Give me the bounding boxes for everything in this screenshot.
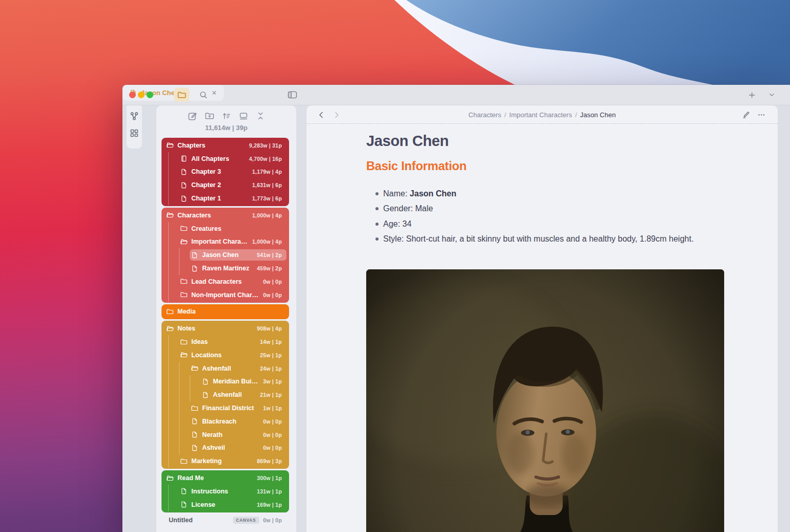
- app-window: Jason Chen: [122, 85, 790, 532]
- dashboard-grid-icon[interactable]: [130, 129, 139, 138]
- tree-row-blackreach[interactable]: Blackreach0w | 0p: [161, 415, 289, 428]
- sidebar-toggle-button[interactable]: [284, 88, 300, 102]
- collapse-all-icon[interactable]: [256, 111, 265, 121]
- tree-row-ashenfall[interactable]: Ashenfall21w | 1p: [161, 388, 289, 401]
- tree-row-notes[interactable]: Notes908w | 4p: [161, 322, 289, 335]
- tree-row-raven-martinez[interactable]: Raven Martinez459w | 2p: [161, 262, 289, 275]
- tree-row-label: Ashveil: [202, 444, 225, 451]
- close-window-button[interactable]: [129, 91, 136, 98]
- folder-icon: [180, 457, 188, 465]
- tree-row-nerath[interactable]: Nerath0w | 0p: [161, 428, 289, 442]
- bullet-list: Name: Jason ChenGender: MaleAge: 34Style…: [375, 186, 709, 247]
- list-item-text: Age: 34: [383, 219, 411, 228]
- tree-row-locations[interactable]: Locations25w | 1p: [161, 348, 289, 362]
- breadcrumb-part-characters[interactable]: Characters: [469, 111, 501, 119]
- tree-row-important-characters[interactable]: Important Characters1,000w | 4p: [161, 235, 289, 249]
- tree-row-instructions[interactable]: Instructions131w | 1p: [161, 485, 289, 498]
- tree-row-read-me[interactable]: Read Me300w | 1p: [161, 471, 289, 485]
- edit-pencil-icon[interactable]: [741, 109, 751, 120]
- tree-row-license[interactable]: License169w | 1p: [161, 498, 289, 511]
- tree-row-label: Characters: [177, 212, 211, 219]
- tree-row-all-chapters[interactable]: All Chapters4,700w | 16p: [161, 152, 289, 166]
- breadcrumb-part-jason-chen[interactable]: Jason Chen: [580, 111, 616, 119]
- tree-row-label: Non-Important Charac...: [191, 291, 259, 299]
- compose-icon[interactable]: [188, 111, 198, 121]
- list-item[interactable]: Style: Short-cut hair, a bit skinny but …: [375, 231, 709, 246]
- list-item-text: Style: Short-cut hair, a bit skinny but …: [383, 234, 694, 243]
- tree-row-lead-characters[interactable]: Lead Characters0w | 0p: [161, 275, 289, 288]
- tree-row-jason-chen[interactable]: Jason Chen541w | 2p: [161, 248, 289, 262]
- indent-guide: [168, 442, 179, 455]
- tree-row-label: Blackreach: [202, 418, 237, 425]
- sort-ascending-icon[interactable]: [222, 111, 231, 121]
- tree-row-characters[interactable]: Characters1,000w | 4p: [161, 209, 289, 222]
- tree-row-label: Lead Characters: [191, 278, 242, 285]
- folder-icon: [180, 278, 188, 285]
- tree-row-count: 24w | 1p: [256, 365, 284, 372]
- titlebar: Jason Chen: [122, 85, 790, 105]
- folder-icon: [180, 338, 188, 345]
- search-icon: [199, 90, 208, 99]
- project-graph-icon[interactable]: [130, 112, 139, 121]
- editor-pane: Characters/Important Characters/Jason Ch…: [307, 105, 778, 532]
- tree-row-marketing[interactable]: Marketing869w | 3p: [161, 454, 289, 468]
- tree-row-label: Ashenfall: [213, 391, 242, 398]
- tree-row-chapter-3[interactable]: Chapter 31,179w | 4p: [161, 166, 289, 179]
- portrait-image[interactable]: [366, 269, 724, 532]
- minimize-window-button[interactable]: [138, 91, 145, 98]
- tree-row-chapters[interactable]: Chapters9,283w | 31p: [161, 139, 289, 152]
- doc-icon: [180, 488, 188, 495]
- search-button[interactable]: [195, 88, 211, 102]
- page-title: Jason Chen: [366, 133, 448, 150]
- indent-guide: [168, 362, 179, 375]
- library-folder-button[interactable]: [174, 88, 189, 102]
- new-folder-icon[interactable]: [205, 111, 214, 121]
- list-item-bold-text: Jason Chen: [410, 189, 457, 198]
- tree-row-count: 21w | 1p: [256, 392, 284, 398]
- indent-guide: [168, 415, 179, 428]
- total-word-count: 11,614w | 39p: [156, 124, 296, 132]
- doc-icon: [191, 444, 199, 451]
- tree-row-label: Notes: [177, 325, 195, 332]
- tree-row-untitled[interactable]: UntitledCANVAS0w | 0p: [161, 514, 289, 527]
- back-icon[interactable]: [316, 109, 326, 120]
- tree-row-chapter-1[interactable]: Chapter 11,773w | 6p: [161, 192, 289, 205]
- sidebar-toolbar: [156, 111, 296, 121]
- zoom-window-button[interactable]: [147, 91, 153, 98]
- list-item[interactable]: Gender: Male: [375, 201, 709, 216]
- tree-row-ashenfall[interactable]: Ashenfall24w | 1p: [161, 362, 289, 375]
- tree-row-count: 541w | 2p: [253, 252, 284, 258]
- tree-row-count: 869w | 3p: [253, 458, 284, 464]
- tree-row-media[interactable]: Media: [161, 305, 289, 319]
- tree-row-label: Read Me: [177, 474, 204, 482]
- canvas-badge: CANVAS: [233, 517, 259, 524]
- tree-row-creatures[interactable]: Creatures: [161, 222, 289, 235]
- tree-row-financial-district[interactable]: Financial District1w | 1p: [161, 401, 289, 415]
- doc-icon: [202, 391, 209, 398]
- tree-row-label: Chapters: [177, 142, 205, 149]
- tree-row-chapter-2[interactable]: Chapter 21,631w | 6p: [161, 178, 289, 192]
- doc-icon: [180, 181, 188, 189]
- tree-row-label: All Chapters: [191, 155, 229, 162]
- breadcrumb-part-important-characters[interactable]: Important Characters: [509, 111, 572, 119]
- new-tab-button[interactable]: [744, 88, 760, 102]
- tree-row-count: 0w | 0p: [259, 445, 284, 451]
- forward-icon[interactable]: [331, 109, 342, 120]
- more-options-icon[interactable]: [756, 109, 766, 120]
- tree-row-meridian-building[interactable]: Meridian Building3w | 1p: [161, 375, 289, 389]
- indent-guide: [168, 335, 179, 348]
- tree-row-ashveil[interactable]: Ashveil0w | 0p: [161, 442, 289, 455]
- tree-row-non-important-charac[interactable]: Non-Important Charac...0w | 0p: [161, 288, 289, 302]
- merge-sheets-icon[interactable]: [239, 111, 248, 121]
- tree-row-count: 459w | 2p: [253, 265, 284, 271]
- list-item[interactable]: Age: 34: [375, 216, 709, 231]
- list-item[interactable]: Name: Jason Chen: [375, 186, 709, 201]
- doc-icon: [191, 265, 199, 272]
- tree-row-to-do[interactable]: To Do49w | 1p: [161, 528, 289, 532]
- tree-row-ideas[interactable]: Ideas14w | 1p: [161, 335, 289, 348]
- document-body[interactable]: Jason Chen Basic Information Name: Jason…: [307, 124, 778, 532]
- tree-row-count: 0w | 0p: [259, 279, 284, 285]
- folder-open-icon: [180, 238, 188, 245]
- tab-overview-button[interactable]: [764, 88, 779, 102]
- tree-row-label: Financial District: [202, 405, 254, 412]
